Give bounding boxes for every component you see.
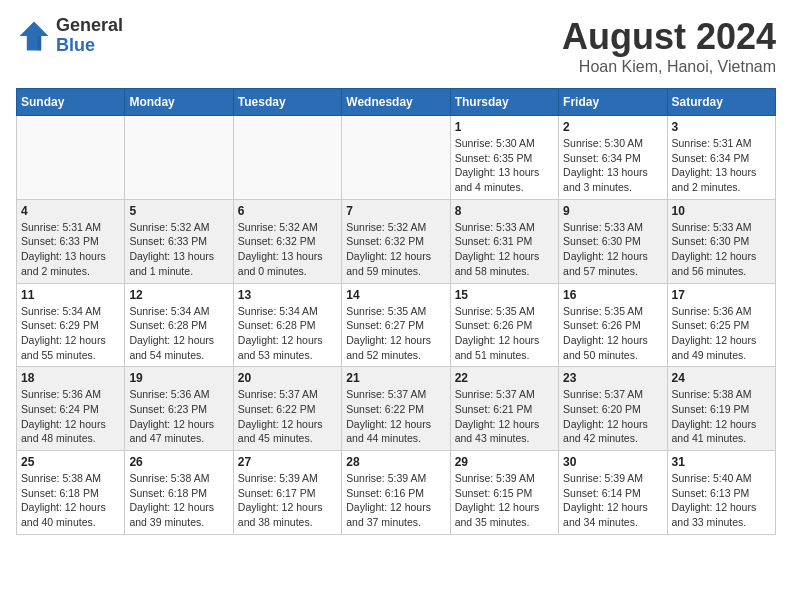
day-number: 28: [346, 455, 445, 469]
logo-general: General: [56, 16, 123, 36]
day-info: Sunrise: 5:30 AM Sunset: 6:35 PM Dayligh…: [455, 136, 554, 195]
calendar-day-5: 5Sunrise: 5:32 AM Sunset: 6:33 PM Daylig…: [125, 199, 233, 283]
calendar-day-18: 18Sunrise: 5:36 AM Sunset: 6:24 PM Dayli…: [17, 367, 125, 451]
day-info: Sunrise: 5:35 AM Sunset: 6:26 PM Dayligh…: [455, 304, 554, 363]
logo-text: General Blue: [56, 16, 123, 56]
calendar-day-10: 10Sunrise: 5:33 AM Sunset: 6:30 PM Dayli…: [667, 199, 775, 283]
calendar-day-22: 22Sunrise: 5:37 AM Sunset: 6:21 PM Dayli…: [450, 367, 558, 451]
calendar-day-19: 19Sunrise: 5:36 AM Sunset: 6:23 PM Dayli…: [125, 367, 233, 451]
calendar-week-row: 4Sunrise: 5:31 AM Sunset: 6:33 PM Daylig…: [17, 199, 776, 283]
day-info: Sunrise: 5:37 AM Sunset: 6:21 PM Dayligh…: [455, 387, 554, 446]
day-number: 22: [455, 371, 554, 385]
day-number: 20: [238, 371, 337, 385]
day-info: Sunrise: 5:35 AM Sunset: 6:26 PM Dayligh…: [563, 304, 662, 363]
day-info: Sunrise: 5:34 AM Sunset: 6:28 PM Dayligh…: [238, 304, 337, 363]
calendar-day-29: 29Sunrise: 5:39 AM Sunset: 6:15 PM Dayli…: [450, 451, 558, 535]
calendar-empty: [233, 116, 341, 200]
day-info: Sunrise: 5:38 AM Sunset: 6:18 PM Dayligh…: [129, 471, 228, 530]
day-number: 30: [563, 455, 662, 469]
weekday-header-tuesday: Tuesday: [233, 89, 341, 116]
day-number: 31: [672, 455, 771, 469]
calendar-day-20: 20Sunrise: 5:37 AM Sunset: 6:22 PM Dayli…: [233, 367, 341, 451]
day-number: 15: [455, 288, 554, 302]
calendar-day-7: 7Sunrise: 5:32 AM Sunset: 6:32 PM Daylig…: [342, 199, 450, 283]
calendar-day-21: 21Sunrise: 5:37 AM Sunset: 6:22 PM Dayli…: [342, 367, 450, 451]
weekday-header-saturday: Saturday: [667, 89, 775, 116]
day-info: Sunrise: 5:32 AM Sunset: 6:32 PM Dayligh…: [346, 220, 445, 279]
logo: General Blue: [16, 16, 123, 56]
calendar-empty: [342, 116, 450, 200]
day-number: 21: [346, 371, 445, 385]
title-block: August 2024 Hoan Kiem, Hanoi, Vietnam: [562, 16, 776, 76]
day-info: Sunrise: 5:31 AM Sunset: 6:33 PM Dayligh…: [21, 220, 120, 279]
calendar-week-row: 1Sunrise: 5:30 AM Sunset: 6:35 PM Daylig…: [17, 116, 776, 200]
day-number: 11: [21, 288, 120, 302]
day-number: 1: [455, 120, 554, 134]
day-number: 3: [672, 120, 771, 134]
weekday-header-row: SundayMondayTuesdayWednesdayThursdayFrid…: [17, 89, 776, 116]
calendar-day-4: 4Sunrise: 5:31 AM Sunset: 6:33 PM Daylig…: [17, 199, 125, 283]
weekday-header-sunday: Sunday: [17, 89, 125, 116]
calendar-day-1: 1Sunrise: 5:30 AM Sunset: 6:35 PM Daylig…: [450, 116, 558, 200]
day-number: 16: [563, 288, 662, 302]
calendar-day-11: 11Sunrise: 5:34 AM Sunset: 6:29 PM Dayli…: [17, 283, 125, 367]
day-number: 26: [129, 455, 228, 469]
calendar-day-13: 13Sunrise: 5:34 AM Sunset: 6:28 PM Dayli…: [233, 283, 341, 367]
day-info: Sunrise: 5:35 AM Sunset: 6:27 PM Dayligh…: [346, 304, 445, 363]
day-number: 17: [672, 288, 771, 302]
day-number: 10: [672, 204, 771, 218]
day-number: 4: [21, 204, 120, 218]
calendar-day-14: 14Sunrise: 5:35 AM Sunset: 6:27 PM Dayli…: [342, 283, 450, 367]
day-info: Sunrise: 5:37 AM Sunset: 6:20 PM Dayligh…: [563, 387, 662, 446]
logo-icon: [16, 18, 52, 54]
day-number: 7: [346, 204, 445, 218]
logo-blue: Blue: [56, 36, 123, 56]
day-info: Sunrise: 5:39 AM Sunset: 6:14 PM Dayligh…: [563, 471, 662, 530]
calendar-day-9: 9Sunrise: 5:33 AM Sunset: 6:30 PM Daylig…: [559, 199, 667, 283]
calendar-day-26: 26Sunrise: 5:38 AM Sunset: 6:18 PM Dayli…: [125, 451, 233, 535]
day-number: 13: [238, 288, 337, 302]
svg-marker-0: [20, 21, 49, 50]
calendar-day-27: 27Sunrise: 5:39 AM Sunset: 6:17 PM Dayli…: [233, 451, 341, 535]
calendar-day-17: 17Sunrise: 5:36 AM Sunset: 6:25 PM Dayli…: [667, 283, 775, 367]
calendar-empty: [125, 116, 233, 200]
day-info: Sunrise: 5:36 AM Sunset: 6:23 PM Dayligh…: [129, 387, 228, 446]
day-info: Sunrise: 5:39 AM Sunset: 6:16 PM Dayligh…: [346, 471, 445, 530]
day-number: 12: [129, 288, 228, 302]
day-info: Sunrise: 5:33 AM Sunset: 6:30 PM Dayligh…: [672, 220, 771, 279]
day-number: 27: [238, 455, 337, 469]
calendar-day-23: 23Sunrise: 5:37 AM Sunset: 6:20 PM Dayli…: [559, 367, 667, 451]
calendar-day-8: 8Sunrise: 5:33 AM Sunset: 6:31 PM Daylig…: [450, 199, 558, 283]
month-year-title: August 2024: [562, 16, 776, 58]
day-info: Sunrise: 5:39 AM Sunset: 6:17 PM Dayligh…: [238, 471, 337, 530]
day-info: Sunrise: 5:37 AM Sunset: 6:22 PM Dayligh…: [238, 387, 337, 446]
calendar-day-24: 24Sunrise: 5:38 AM Sunset: 6:19 PM Dayli…: [667, 367, 775, 451]
calendar-day-15: 15Sunrise: 5:35 AM Sunset: 6:26 PM Dayli…: [450, 283, 558, 367]
calendar-day-6: 6Sunrise: 5:32 AM Sunset: 6:32 PM Daylig…: [233, 199, 341, 283]
day-info: Sunrise: 5:38 AM Sunset: 6:18 PM Dayligh…: [21, 471, 120, 530]
day-info: Sunrise: 5:33 AM Sunset: 6:30 PM Dayligh…: [563, 220, 662, 279]
day-info: Sunrise: 5:30 AM Sunset: 6:34 PM Dayligh…: [563, 136, 662, 195]
day-info: Sunrise: 5:34 AM Sunset: 6:28 PM Dayligh…: [129, 304, 228, 363]
page-header: General Blue August 2024 Hoan Kiem, Hano…: [16, 16, 776, 76]
calendar-week-row: 11Sunrise: 5:34 AM Sunset: 6:29 PM Dayli…: [17, 283, 776, 367]
calendar-week-row: 18Sunrise: 5:36 AM Sunset: 6:24 PM Dayli…: [17, 367, 776, 451]
day-number: 2: [563, 120, 662, 134]
day-number: 6: [238, 204, 337, 218]
calendar-day-28: 28Sunrise: 5:39 AM Sunset: 6:16 PM Dayli…: [342, 451, 450, 535]
weekday-header-thursday: Thursday: [450, 89, 558, 116]
calendar-empty: [17, 116, 125, 200]
weekday-header-friday: Friday: [559, 89, 667, 116]
day-info: Sunrise: 5:32 AM Sunset: 6:33 PM Dayligh…: [129, 220, 228, 279]
weekday-header-wednesday: Wednesday: [342, 89, 450, 116]
calendar-day-30: 30Sunrise: 5:39 AM Sunset: 6:14 PM Dayli…: [559, 451, 667, 535]
day-number: 18: [21, 371, 120, 385]
calendar-day-31: 31Sunrise: 5:40 AM Sunset: 6:13 PM Dayli…: [667, 451, 775, 535]
day-info: Sunrise: 5:38 AM Sunset: 6:19 PM Dayligh…: [672, 387, 771, 446]
day-number: 9: [563, 204, 662, 218]
day-info: Sunrise: 5:39 AM Sunset: 6:15 PM Dayligh…: [455, 471, 554, 530]
calendar-day-25: 25Sunrise: 5:38 AM Sunset: 6:18 PM Dayli…: [17, 451, 125, 535]
day-number: 14: [346, 288, 445, 302]
calendar-day-12: 12Sunrise: 5:34 AM Sunset: 6:28 PM Dayli…: [125, 283, 233, 367]
day-info: Sunrise: 5:37 AM Sunset: 6:22 PM Dayligh…: [346, 387, 445, 446]
